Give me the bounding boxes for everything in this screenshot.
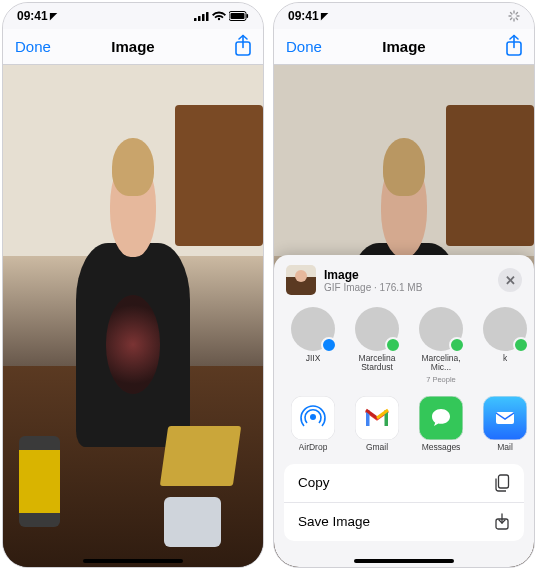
share-app-messages[interactable]: Messages xyxy=(414,396,468,452)
share-file-subtitle: GIF Image · 176.1 MB xyxy=(324,282,490,293)
share-app-airdrop[interactable]: AirDrop xyxy=(286,396,340,452)
share-icon xyxy=(504,34,524,58)
copy-icon xyxy=(494,474,510,492)
status-time: 09:41 xyxy=(17,9,48,23)
share-contacts-row[interactable]: JIIX Marcelina Stardust Marcelina, Mic..… xyxy=(274,303,534,392)
location-services-icon: ◤ xyxy=(321,11,328,21)
contact-name: k xyxy=(503,354,507,363)
share-button[interactable] xyxy=(233,34,253,58)
share-contact[interactable]: k xyxy=(478,307,532,384)
close-button[interactable]: ✕ xyxy=(498,268,522,292)
share-file-thumbnail xyxy=(286,265,316,295)
image-content[interactable] xyxy=(3,65,263,567)
status-time: 09:41 xyxy=(288,9,319,23)
share-sheet: Image GIF Image · 176.1 MB ✕ JIIX Marcel… xyxy=(274,255,534,567)
share-icon xyxy=(233,34,253,58)
share-app-gmail[interactable]: Gmail xyxy=(350,396,404,452)
contact-name: Marcelina Stardust xyxy=(350,354,404,372)
svg-rect-0 xyxy=(194,18,197,21)
messages-badge-icon xyxy=(449,337,465,353)
svg-line-12 xyxy=(511,13,512,14)
gmail-icon xyxy=(355,396,399,440)
contact-avatar xyxy=(355,307,399,351)
share-app-mail[interactable]: Mail xyxy=(478,396,532,452)
action-save-image[interactable]: Save Image xyxy=(284,502,524,541)
contact-avatar xyxy=(291,307,335,351)
page-title: Image xyxy=(111,38,154,55)
save-image-icon xyxy=(494,513,510,531)
messages-icon xyxy=(419,396,463,440)
svg-rect-5 xyxy=(231,13,245,19)
action-copy[interactable]: Copy xyxy=(284,464,524,502)
svg-rect-2 xyxy=(202,14,205,21)
home-indicator[interactable] xyxy=(83,559,183,563)
airdrop-icon xyxy=(291,396,335,440)
svg-point-17 xyxy=(310,414,316,420)
svg-rect-3 xyxy=(206,12,209,21)
share-contact[interactable]: Marcelina Stardust xyxy=(350,307,404,384)
status-bar: 09:41 ◤ xyxy=(274,3,534,29)
close-icon: ✕ xyxy=(505,273,516,288)
messages-badge-icon xyxy=(385,337,401,353)
share-file-name: Image xyxy=(324,268,490,282)
loading-icon xyxy=(508,10,520,22)
airdrop-badge-icon xyxy=(321,337,337,353)
phone-right: 09:41 ◤ Done Image Image GIF Image · 176… xyxy=(273,2,535,568)
share-button[interactable] xyxy=(504,34,524,58)
mail-icon xyxy=(483,396,527,440)
action-label: Copy xyxy=(298,475,330,490)
share-apps-row[interactable]: AirDrop Gmail Messages Mail xyxy=(274,392,534,460)
messages-badge-icon xyxy=(513,337,529,353)
svg-rect-25 xyxy=(499,475,509,488)
done-button[interactable]: Done xyxy=(15,38,51,55)
location-services-icon: ◤ xyxy=(50,11,57,21)
svg-rect-1 xyxy=(198,16,201,21)
battery-icon xyxy=(229,11,249,21)
app-label: Messages xyxy=(422,443,461,452)
svg-rect-6 xyxy=(247,14,249,18)
share-actions-list: Copy Save Image xyxy=(284,464,524,541)
nav-bar: Done Image xyxy=(274,29,534,65)
contact-name: JIIX xyxy=(306,354,321,363)
page-title: Image xyxy=(382,38,425,55)
contact-avatar xyxy=(419,307,463,351)
nav-bar: Done Image xyxy=(3,29,263,65)
svg-line-15 xyxy=(511,18,512,19)
svg-line-14 xyxy=(516,13,517,14)
svg-rect-21 xyxy=(496,412,514,424)
contact-avatar xyxy=(483,307,527,351)
share-sheet-header: Image GIF Image · 176.1 MB ✕ xyxy=(274,265,534,303)
share-contact[interactable]: Marcelina, Mic... 7 People xyxy=(414,307,468,384)
contact-sub: 7 People xyxy=(426,375,456,384)
home-indicator[interactable] xyxy=(354,559,454,563)
share-contact[interactable]: JIIX xyxy=(286,307,340,384)
action-label: Save Image xyxy=(298,514,370,529)
wifi-icon xyxy=(212,11,226,21)
done-button[interactable]: Done xyxy=(286,38,322,55)
cellular-signal-icon xyxy=(194,11,209,21)
contact-name: Marcelina, Mic... xyxy=(414,354,468,372)
app-label: Gmail xyxy=(366,443,388,452)
phone-left: 09:41 ◤ Done Image xyxy=(2,2,264,568)
svg-line-13 xyxy=(516,18,517,19)
app-label: Mail xyxy=(497,443,513,452)
status-bar: 09:41 ◤ xyxy=(3,3,263,29)
app-label: AirDrop xyxy=(299,443,328,452)
